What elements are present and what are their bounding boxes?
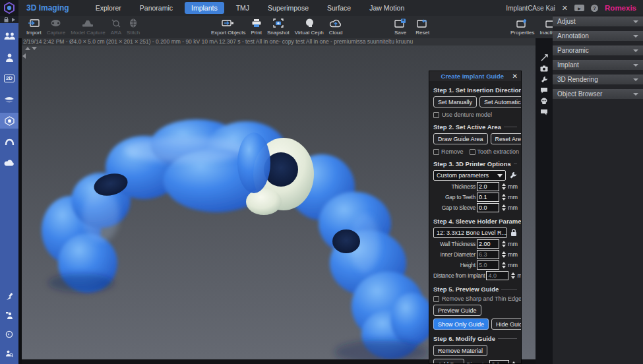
tab-tmj[interactable]: TMJ	[230, 2, 256, 14]
preview-guide-button[interactable]: Preview Guide	[433, 305, 481, 316]
step6-header: Step 6. Modify Guide	[433, 335, 517, 342]
skull-icon[interactable]	[541, 98, 547, 105]
diameter-spinner[interactable]	[510, 360, 516, 364]
wall-thickness-spinner[interactable]	[501, 240, 506, 249]
add-bar-button[interactable]: Add Bar	[433, 359, 464, 364]
video-tutorial-icon[interactable]: ▶	[574, 5, 584, 11]
stitch-button[interactable]: Stitch	[127, 17, 140, 36]
gap-to-sleeve-input[interactable]	[477, 203, 499, 212]
tab-surface[interactable]: Surface	[321, 2, 357, 14]
collapse-up-handle[interactable]	[25, 47, 30, 50]
patients-icon	[4, 32, 15, 40]
tab-explorer[interactable]: Explorer	[89, 2, 128, 14]
sidebar-item-patient[interactable]	[0, 49, 18, 65]
remove-sharp-edges-checkbox[interactable]	[433, 296, 439, 302]
properties-button[interactable]: Properties	[510, 17, 534, 36]
sidebar-item-2d-imaging[interactable]: 2D	[0, 71, 18, 86]
romexis-logo[interactable]	[0, 0, 18, 16]
thickness-input[interactable]	[477, 182, 499, 191]
help-icon[interactable]: ?	[591, 5, 598, 12]
draw-guide-area-button[interactable]: Draw Guide Area	[433, 133, 488, 144]
sidebar-item-panoramic[interactable]	[0, 134, 18, 150]
model-capture-button[interactable]: Model Capture	[71, 17, 105, 36]
sidebar-item-lab-tools[interactable]	[0, 288, 18, 304]
virtual-ceph-button[interactable]: Virtual Ceph	[295, 17, 324, 36]
show-only-guide-button[interactable]: Show Only Guide	[433, 318, 489, 330]
print-button[interactable]: Print	[251, 17, 261, 36]
thickness-label: Thickness	[433, 183, 475, 190]
capture-button[interactable]: Capture	[47, 17, 65, 36]
sidebar-item-patients[interactable]	[0, 28, 18, 44]
wall-thickness-input[interactable]	[477, 239, 499, 249]
export-objects-button[interactable]: Export Objects	[211, 17, 245, 36]
printer-parameters-dropdown[interactable]: Custom parameters	[433, 170, 506, 181]
inner-diameter-spinner[interactable]	[501, 251, 506, 259]
move-arrow-icon[interactable]	[541, 54, 548, 61]
main-toolbar: Import Capture Model Capture ARA	[18, 16, 643, 38]
gap-to-teeth-spinner[interactable]	[501, 193, 506, 202]
camera-icon[interactable]	[540, 65, 548, 72]
hide-guide-button[interactable]: Hide Guide	[491, 318, 522, 330]
smile-icon	[4, 96, 15, 104]
tab-implants[interactable]: Implants	[185, 2, 224, 14]
sidebar-item-cloud[interactable]	[0, 155, 18, 171]
set-manually-button[interactable]: Set Manually	[433, 96, 477, 107]
snapshot-icon	[273, 17, 284, 29]
expand-arrow-icon[interactable]	[12, 18, 15, 22]
toolbar-group-save: Save Reset	[392, 17, 432, 36]
remove-material-button[interactable]: Remove Material	[433, 345, 487, 356]
user-search-icon	[5, 349, 13, 357]
gap-to-teeth-input[interactable]	[477, 193, 499, 202]
lock-icon[interactable]	[4, 17, 9, 22]
sidebar-item-3d-imaging[interactable]	[0, 113, 18, 129]
reset-button[interactable]: Reset	[415, 17, 429, 36]
dialog-title-bar[interactable]: Create Implant Guide ✕	[429, 71, 521, 81]
ara-button[interactable]: ARA	[111, 17, 121, 36]
panel-section-3d-rendering[interactable]: 3D Rendering	[553, 75, 643, 84]
use-denture-model-checkbox[interactable]	[433, 112, 439, 118]
cloud-button[interactable]: Cloud	[329, 17, 343, 36]
snapshot-button[interactable]: Snapshot	[267, 17, 290, 36]
gap-to-sleeve-spinner[interactable]	[501, 204, 506, 212]
panel-section-annotation[interactable]: Annotation	[553, 31, 643, 41]
comment2-icon[interactable]	[540, 109, 548, 115]
sleeve-holder-dropdown[interactable]: 12: 3.3x12 Bone Level R...	[433, 228, 507, 238]
dialog-title: Create Implant Guide	[433, 73, 512, 80]
print-icon	[251, 17, 262, 29]
wall-thickness-unit: mm	[508, 241, 517, 247]
set-automatically-button[interactable]: Set Automatically	[479, 96, 522, 107]
height-spinner[interactable]	[501, 261, 506, 270]
sleeve-lock-icon[interactable]	[510, 229, 517, 237]
panel-section-implant[interactable]: Implant	[553, 60, 643, 70]
close-case-icon[interactable]: ✕	[562, 4, 568, 13]
thickness-spinner[interactable]	[501, 183, 506, 191]
panel-section-panoramic[interactable]: Panoramic	[553, 46, 643, 55]
import-button[interactable]: Import	[26, 17, 42, 36]
tab-superimpose[interactable]: Superimpose	[261, 2, 315, 14]
save-button[interactable]: Save	[394, 17, 406, 36]
tab-jaw-motion[interactable]: Jaw Motion	[363, 2, 411, 14]
panel-section-adjust[interactable]: Adjust	[553, 16, 643, 26]
tab-panoramic[interactable]: Panoramic	[133, 2, 179, 14]
sidebar-item-smile-design[interactable]	[0, 92, 18, 107]
virtual-ceph-icon	[305, 17, 314, 29]
collapse-down-handle[interactable]	[32, 47, 37, 50]
reset-area-button[interactable]: Reset Area	[491, 133, 522, 144]
panel-section-object-browser[interactable]: Object Browser	[553, 89, 643, 99]
comment-icon[interactable]	[540, 87, 548, 94]
sidebar-item-history[interactable]	[0, 326, 18, 342]
remove-checkbox[interactable]	[433, 149, 439, 155]
collapse-left-handle[interactable]	[22, 53, 26, 59]
wrench-icon[interactable]	[541, 76, 548, 83]
sidebar-item-user-search[interactable]	[0, 346, 18, 361]
dialog-close-icon[interactable]: ✕	[512, 73, 518, 80]
sidebar-item-scan-export[interactable]	[0, 307, 18, 323]
distance-from-implant-spinner[interactable]	[510, 272, 516, 280]
hand-tool-icon	[5, 292, 14, 301]
stitch-icon	[129, 17, 137, 29]
scan-info-bar: 2/19/14 2:42 PM - Ø4.0 × 5.0 cm (201 × 2…	[22, 38, 536, 46]
tooth-extraction-checkbox[interactable]	[470, 149, 475, 155]
printer-settings-wrench-icon[interactable]	[509, 171, 517, 179]
sidebar-bottom-group	[0, 288, 18, 361]
diameter-input[interactable]	[489, 360, 509, 364]
